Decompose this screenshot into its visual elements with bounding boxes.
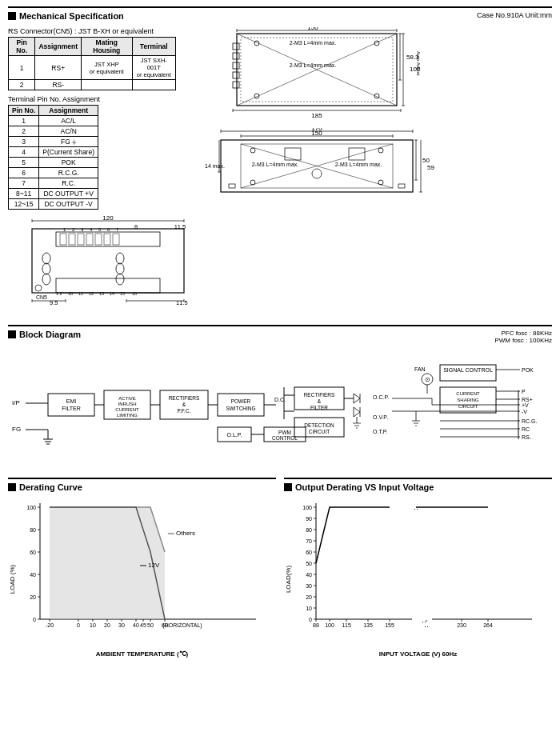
svg-rect-72 (56, 232, 160, 246)
svg-text:SWITCHING: SWITCHING (226, 406, 255, 411)
svg-text:14: 14 (110, 291, 114, 296)
svg-text:2-M3 L=4mm max.: 2-M3 L=4mm max. (290, 40, 337, 46)
svg-text:POK: POK (522, 367, 534, 373)
col-mating: Mating Housing (82, 38, 132, 56)
svg-marker-153 (354, 407, 360, 417)
derating-sections: Derating Curve LOAD (%) 0 20 40 60 (8, 478, 552, 658)
svg-rect-73 (60, 234, 66, 245)
svg-text:I/P: I/P (12, 399, 20, 406)
mech-front-panel: 120 8 11.5 1 (8, 214, 232, 318)
svg-text:LOAD (%): LOAD (%) (9, 564, 16, 594)
svg-text:RC.G.: RC.G. (522, 418, 538, 424)
svg-text:7: 7 (116, 227, 119, 232)
svg-text:11: 11 (78, 291, 83, 296)
table-row: 1AC/L (9, 116, 98, 126)
svg-text:135: 135 (363, 622, 373, 628)
svg-text:50: 50 (422, 157, 430, 164)
pwm-info: PWM fosc : 100KHz (494, 337, 552, 344)
table-row: 3FG ⏚ (9, 137, 98, 147)
svg-text:FILTER: FILTER (62, 406, 81, 411)
svg-text:FG: FG (12, 426, 21, 433)
svg-text:10: 10 (90, 622, 96, 628)
svg-text:P.F.C.: P.F.C. (178, 408, 191, 414)
mech-drawing-bottom: 170 150 (189, 128, 477, 208)
pfc-pwm-info: PFC fosc : 88KHz PWM fosc : 100KHz (494, 330, 552, 344)
svg-text:INRUSH: INRUSH (118, 402, 136, 406)
svg-text:16: 16 (132, 291, 137, 296)
svg-text:40: 40 (133, 622, 139, 628)
table-row: 4P(Current Share) (9, 147, 98, 158)
svg-text:O.V.P.: O.V.P. (373, 414, 388, 420)
svg-text:50: 50 (306, 561, 312, 566)
svg-rect-45 (349, 148, 365, 160)
svg-rect-3 (233, 53, 239, 59)
svg-text:10: 10 (68, 291, 73, 296)
svg-rect-120 (48, 394, 94, 416)
svg-text:&: & (318, 398, 322, 404)
svg-text:0: 0 (33, 617, 36, 622)
svg-text:Auto Adjust: Auto Adjust (416, 51, 421, 76)
svg-rect-44 (285, 148, 301, 160)
output-derating-section: Output Derating VS Input Voltage LOAD(%)… (284, 478, 552, 658)
svg-text:DETECTION: DETECTION (304, 422, 334, 428)
table-row: 6R.C.G. (9, 168, 98, 178)
svg-text:Others: Others (176, 530, 195, 537)
mechanical-spec-section: Mechanical Specification Case No.910A Un… (8, 6, 552, 320)
svg-text:9.5: 9.5 (50, 299, 58, 306)
svg-text:RC: RC (522, 426, 530, 432)
svg-point-52 (378, 180, 383, 185)
svg-text:⊙: ⊙ (425, 376, 430, 383)
rs-connector-table: Pin No. Assignment Mating Housing Termin… (8, 37, 176, 90)
svg-text:30: 30 (118, 622, 125, 628)
table-row: 1 RS+ JST XHPor equivalent JST SXH-001To… (9, 56, 176, 80)
col-pin-no: Pin No. (9, 38, 35, 56)
block-diagram-title: Block Diagram (19, 330, 81, 339)
svg-text:PWM: PWM (278, 430, 291, 435)
svg-text:10: 10 (306, 606, 312, 611)
svg-text:O.T.P.: O.T.P. (373, 429, 388, 434)
derating-curve-chart: LOAD (%) 0 20 40 60 80 100 (8, 495, 272, 655)
svg-text:-V: -V (522, 409, 527, 414)
page: Mechanical Specification Case No.910A Un… (0, 0, 560, 664)
svg-text:14 max.: 14 max. (205, 163, 225, 169)
svg-rect-47 (229, 184, 235, 188)
svg-text:230: 230 (457, 622, 466, 628)
svg-text:115: 115 (342, 622, 351, 628)
svg-text:13: 13 (99, 291, 104, 296)
svg-text:EMI: EMI (66, 398, 77, 404)
block-diagram-section: Block Diagram PFC fosc : 88KHz PWM fosc … (8, 325, 552, 473)
svg-text:4: 4 (90, 227, 93, 232)
svg-rect-78 (104, 234, 110, 245)
svg-text:LIMITING: LIMITING (117, 413, 138, 418)
table-row: 12~15DC OUTPUT -V (9, 199, 98, 210)
mech-section-header: Mechanical Specification (8, 11, 124, 21)
svg-text:60: 60 (30, 550, 36, 555)
svg-text:2: 2 (72, 227, 75, 232)
svg-text:6: 6 (107, 227, 110, 232)
svg-text:12V: 12V (148, 562, 160, 569)
svg-text:‥: ‥ (414, 503, 418, 511)
svg-text:0: 0 (77, 622, 80, 628)
svg-point-50 (378, 148, 383, 153)
svg-text:2-M3 L=4mm max.: 2-M3 L=4mm max. (290, 62, 337, 68)
svg-point-90 (116, 253, 124, 264)
svg-text:20: 20 (30, 594, 36, 600)
derating-curve-title: Derating Curve (19, 482, 82, 492)
svg-rect-5 (233, 72, 239, 78)
svg-point-89 (42, 274, 50, 285)
svg-text:40: 40 (306, 572, 312, 578)
output-derating-title: Output Derating VS Input Voltage (295, 482, 434, 492)
svg-point-88 (42, 263, 50, 274)
section-square-icon (8, 12, 16, 20)
svg-text:100: 100 (302, 505, 312, 510)
svg-text:-20: -20 (46, 622, 54, 628)
svg-text:88: 88 (313, 622, 319, 628)
svg-text:11.5: 11.5 (176, 299, 188, 306)
svg-text:150: 150 (311, 130, 322, 137)
section-square-icon (8, 330, 16, 338)
svg-text:90: 90 (306, 516, 312, 522)
svg-text:1 2: 1 2 (56, 291, 62, 296)
svg-text:12: 12 (89, 291, 94, 296)
svg-text:(HORIZONTAL): (HORIZONTAL) (162, 622, 202, 629)
svg-text:2-M3 L=4mm max.: 2-M3 L=4mm max. (335, 162, 382, 167)
